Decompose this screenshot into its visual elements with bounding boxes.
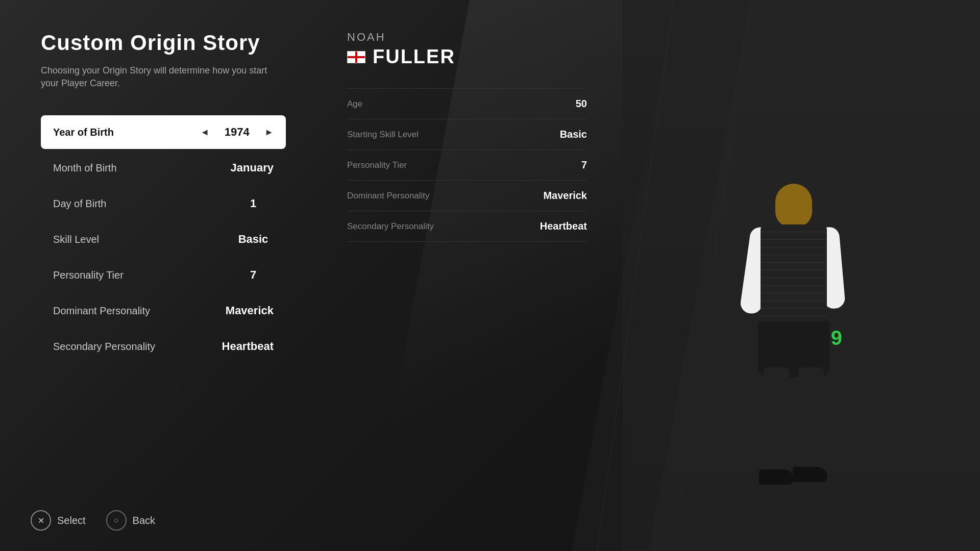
option-value-year-of-birth: 1974 bbox=[216, 126, 257, 139]
page-container: Custom Origin Story Choosing your Origin… bbox=[0, 0, 980, 551]
x-icon: ✕ bbox=[31, 510, 51, 531]
option-row-dominant-personality[interactable]: Dominant PersonalityMaverick bbox=[41, 294, 286, 328]
option-value-personality-tier: 7 bbox=[233, 268, 274, 282]
option-row-day-of-birth[interactable]: Day of Birth1 bbox=[41, 187, 286, 220]
player-leg-right bbox=[798, 367, 824, 474]
option-value-month-of-birth: January bbox=[231, 161, 274, 174]
player-name-section: NOAH FULLER bbox=[347, 31, 587, 68]
stat-label-0: Age bbox=[347, 99, 362, 109]
option-value-skill-level: Basic bbox=[233, 233, 274, 246]
option-value-wrapper-day-of-birth: 1 bbox=[233, 197, 274, 210]
select-label: Select bbox=[57, 515, 86, 527]
player-torso bbox=[761, 224, 827, 327]
option-label-dominant-personality: Dominant Personality bbox=[53, 305, 150, 317]
option-value-wrapper-dominant-personality: Maverick bbox=[226, 304, 274, 317]
player-number: 9 bbox=[831, 327, 842, 349]
option-row-secondary-personality[interactable]: Secondary PersonalityHeartbeat bbox=[41, 330, 286, 363]
option-value-secondary-personality: Heartbeat bbox=[222, 340, 274, 353]
stat-label-2: Personality Tier bbox=[347, 160, 407, 170]
player-last-name-row: FULLER bbox=[347, 46, 587, 68]
select-button[interactable]: ✕ Select bbox=[31, 510, 86, 531]
option-row-month-of-birth[interactable]: Month of BirthJanuary bbox=[41, 151, 286, 185]
option-value-wrapper-personality-tier: 7 bbox=[233, 268, 274, 282]
stats-row-4: Secondary PersonalityHeartbeat bbox=[347, 211, 587, 242]
stat-value-0: 50 bbox=[576, 98, 587, 110]
player-body: 9 bbox=[712, 184, 875, 541]
player-head bbox=[775, 184, 812, 227]
player-last-name: FULLER bbox=[373, 46, 455, 68]
player-leg-left bbox=[763, 367, 790, 480]
stat-label-3: Dominant Personality bbox=[347, 191, 430, 201]
option-row-skill-level[interactable]: Skill LevelBasic bbox=[41, 222, 286, 256]
right-panel: NOAH FULLER Age50Starting Skill LevelBas… bbox=[327, 0, 607, 551]
options-list: Year of Birth◄1974►Month of BirthJanuary… bbox=[41, 115, 286, 365]
player-shoe-left bbox=[759, 469, 794, 485]
stat-label-1: Starting Skill Level bbox=[347, 130, 419, 140]
arrow-left-year-of-birth[interactable]: ◄ bbox=[200, 127, 209, 138]
option-label-year-of-birth: Year of Birth bbox=[53, 127, 114, 138]
stats-row-2: Personality Tier7 bbox=[347, 150, 587, 181]
arrow-right-year-of-birth[interactable]: ► bbox=[264, 127, 274, 138]
option-value-wrapper-year-of-birth: ◄1974► bbox=[200, 126, 274, 139]
option-value-day-of-birth: 1 bbox=[233, 197, 274, 210]
option-label-day-of-birth: Day of Birth bbox=[53, 198, 106, 210]
stat-value-3: Maverick bbox=[543, 190, 587, 202]
bottom-controls: ✕ Select ○ Back bbox=[31, 510, 155, 531]
england-flag bbox=[347, 51, 365, 63]
stats-row-1: Starting Skill LevelBasic bbox=[347, 119, 587, 150]
stats-table: Age50Starting Skill LevelBasicPersonalit… bbox=[347, 88, 587, 242]
option-label-skill-level: Skill Level bbox=[53, 234, 99, 245]
option-value-wrapper-skill-level: Basic bbox=[233, 233, 274, 246]
option-label-personality-tier: Personality Tier bbox=[53, 269, 124, 281]
option-label-secondary-personality: Secondary Personality bbox=[53, 341, 155, 353]
back-button[interactable]: ○ Back bbox=[106, 510, 155, 531]
page-title: Custom Origin Story bbox=[41, 31, 286, 55]
back-label: Back bbox=[133, 515, 155, 527]
option-label-month-of-birth: Month of Birth bbox=[53, 162, 117, 174]
stat-value-2: 7 bbox=[581, 159, 587, 171]
circle-icon: ○ bbox=[106, 510, 127, 531]
stat-value-4: Heartbeat bbox=[540, 220, 587, 232]
option-row-year-of-birth[interactable]: Year of Birth◄1974► bbox=[41, 115, 286, 149]
stats-row-0: Age50 bbox=[347, 88, 587, 119]
player-first-name: NOAH bbox=[347, 31, 587, 44]
stat-label-4: Secondary Personality bbox=[347, 221, 434, 232]
option-row-personality-tier[interactable]: Personality Tier7 bbox=[41, 258, 286, 292]
player-shoe-right bbox=[793, 467, 827, 482]
page-subtitle: Choosing your Origin Story will determin… bbox=[41, 64, 286, 90]
option-value-wrapper-secondary-personality: Heartbeat bbox=[222, 340, 274, 353]
player-3d-area: 9 bbox=[607, 0, 980, 551]
left-panel: Custom Origin Story Choosing your Origin… bbox=[0, 0, 327, 551]
stat-value-1: Basic bbox=[560, 129, 587, 140]
option-value-dominant-personality: Maverick bbox=[226, 304, 274, 317]
stats-row-3: Dominant PersonalityMaverick bbox=[347, 181, 587, 211]
option-value-wrapper-month-of-birth: January bbox=[231, 161, 274, 174]
player-silhouette: 9 bbox=[712, 184, 875, 541]
